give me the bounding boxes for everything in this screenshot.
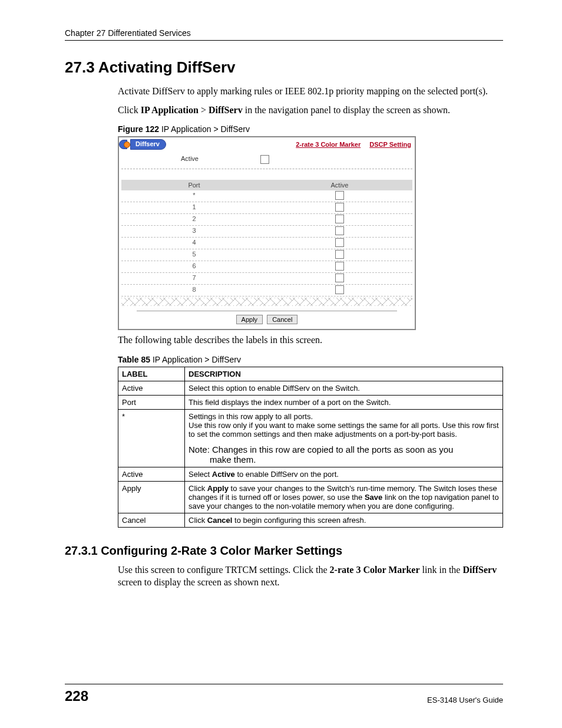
port-cell: 1	[121, 202, 267, 213]
table-head-row: LABEL DESCRIPTION	[118, 367, 503, 381]
cell-desc: Select Active to enable DiffServ on the …	[185, 467, 503, 481]
panel-title-pill: Diffserv	[119, 140, 166, 149]
cell-desc: Click Cancel to begin configuring this s…	[185, 513, 503, 527]
port-active-checkbox[interactable]	[335, 203, 344, 212]
nav-path-1: IP Application	[141, 105, 199, 115]
port-active-checkbox[interactable]	[335, 250, 344, 259]
nav-prefix: Click	[118, 105, 141, 115]
port-cell: 2	[121, 214, 267, 225]
port-row: 6	[121, 261, 412, 273]
desc-pre: Select	[189, 470, 212, 479]
torn-edge-icon	[121, 298, 412, 306]
port-row: 7	[121, 273, 412, 285]
port-active-checkbox[interactable]	[335, 238, 344, 247]
cell-desc: Click Apply to save your changes to the …	[185, 481, 503, 513]
note-line2: make them.	[189, 454, 499, 465]
section-title: 27.3 Activating DiffServ	[65, 58, 503, 77]
table-row: Cancel Click Cancel to begin configuring…	[118, 513, 503, 527]
active-cell	[267, 214, 412, 225]
sub-pre: Use this screen to configure TRTCM setti…	[118, 565, 330, 575]
desc-post: to begin configuring this screen afresh.	[232, 516, 366, 525]
desc-post: to enable DiffServ on the port.	[235, 470, 339, 479]
section-para-1: Activate DiffServ to apply marking rules…	[65, 85, 503, 98]
th-active: Active	[267, 180, 412, 190]
link-dscp-setting[interactable]: DSCP Setting	[369, 141, 411, 148]
subsection-title: 27.3.1 Configuring 2-Rate 3 Color Marker…	[65, 544, 503, 558]
port-active-checkbox[interactable]	[335, 215, 344, 223]
cell-label: *	[118, 409, 185, 467]
table-row: Apply Click Apply to save your changes t…	[118, 481, 503, 513]
diffserv-screenshot: Diffserv 2-rate 3 Color Marker DSCP Sett…	[118, 136, 416, 330]
sub-bold1: 2-rate 3 Color Marker	[330, 565, 420, 575]
section-nav-instruction: Click IP Application > DiffServ in the n…	[65, 104, 503, 117]
port-active-checkbox[interactable]	[335, 274, 344, 282]
figure-caption-bold: Figure 122	[118, 124, 159, 134]
cell-label: Port	[118, 395, 185, 409]
figure-caption-rest: IP Application > DiffServ	[159, 124, 250, 134]
cell-desc: Settings in this row apply to all ports.…	[185, 409, 503, 467]
button-row: Apply Cancel	[137, 311, 397, 329]
sub-mid: link in the	[420, 565, 463, 575]
port-active-checkbox[interactable]	[335, 226, 344, 235]
separator	[121, 169, 412, 169]
panel-title: Diffserv	[130, 139, 166, 150]
port-row: 1	[121, 202, 412, 214]
page-number: 228	[65, 688, 88, 704]
port-cell: 5	[121, 249, 267, 261]
port-row: *	[121, 190, 412, 202]
table-row: Active Select Active to enable DiffServ …	[118, 467, 503, 481]
cell-label: Active	[118, 467, 185, 481]
apply-button[interactable]: Apply	[236, 315, 263, 324]
port-row: 2	[121, 214, 412, 226]
port-cell: 4	[121, 238, 267, 249]
desc-bold: Apply	[207, 484, 229, 493]
port-cell: 3	[121, 226, 267, 237]
active-cell	[267, 190, 412, 202]
description-table: LABEL DESCRIPTION Active Select this opt…	[118, 367, 503, 528]
cell-label: Cancel	[118, 513, 185, 527]
port-table: Port Active *12345678	[121, 180, 412, 297]
port-row: 3	[121, 226, 412, 238]
port-active-checkbox[interactable]	[335, 191, 344, 200]
nav-path-2: DiffServ	[209, 105, 243, 115]
table-caption-bold: Table 85	[118, 355, 150, 364]
th-description: DESCRIPTION	[185, 367, 503, 381]
after-figure-text: The following table describes the labels…	[65, 334, 503, 347]
desc-bold2: Save	[365, 493, 382, 502]
figure-caption: Figure 122 IP Application > DiffServ	[65, 124, 503, 134]
active-cell	[267, 226, 412, 237]
port-cell: 7	[121, 273, 267, 284]
desc-bold: Active	[212, 470, 235, 479]
link-2rate3color[interactable]: 2-rate 3 Color Marker	[296, 141, 361, 148]
active-row: Active	[119, 151, 415, 169]
desc-line2: Use this row only if you want to make so…	[189, 421, 499, 439]
nav-suffix: in the navigation panel to display the s…	[243, 105, 450, 115]
screenshot-header: Diffserv 2-rate 3 Color Marker DSCP Sett…	[119, 137, 415, 151]
desc-bold: Cancel	[207, 516, 233, 525]
page-footer: 228 ES-3148 User's Guide	[65, 684, 503, 704]
table-caption: Table 85 IP Application > DiffServ	[65, 355, 503, 364]
sub-post: screen to display the screen as shown ne…	[118, 577, 280, 587]
port-row: 4	[121, 238, 412, 249]
th-label: LABEL	[118, 367, 185, 381]
subsection-para: Use this screen to configure TRTCM setti…	[65, 564, 503, 589]
cancel-button[interactable]: Cancel	[267, 315, 297, 324]
cell-desc: Select this option to enable DiffServ on…	[185, 381, 503, 395]
active-cell	[267, 202, 412, 213]
active-cell	[267, 238, 412, 249]
table-row: * Settings in this row apply to all port…	[118, 409, 503, 467]
active-cell	[267, 285, 412, 296]
desc-pre: Click	[189, 516, 207, 525]
active-label: Active	[119, 155, 260, 165]
port-active-checkbox[interactable]	[335, 285, 344, 294]
port-cell: 8	[121, 285, 267, 296]
port-active-checkbox[interactable]	[335, 262, 344, 271]
panel-links: 2-rate 3 Color Marker DSCP Setting	[289, 141, 411, 148]
port-cell: 6	[121, 261, 267, 272]
cell-label: Active	[118, 381, 185, 395]
cell-desc: This field displays the index number of …	[185, 395, 503, 409]
desc-pre: Click	[189, 484, 207, 493]
desc-line1: Settings in this row apply to all ports.	[189, 412, 313, 421]
guide-name: ES-3148 User's Guide	[427, 696, 503, 704]
active-checkbox[interactable]	[260, 155, 269, 164]
